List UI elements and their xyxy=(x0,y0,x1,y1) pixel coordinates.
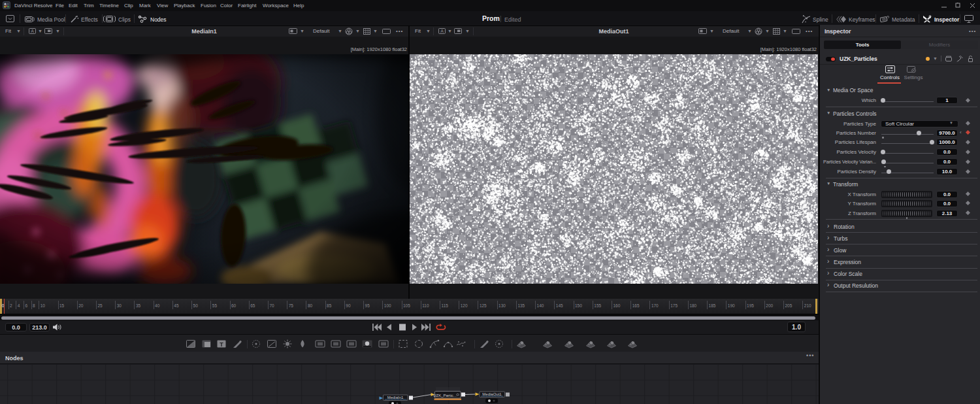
svg-text:MediaOut1: MediaOut1 xyxy=(482,392,502,396)
svg-text:UZK_Partic...: UZK_Partic... xyxy=(433,394,457,397)
svg-text:MediaIn1: MediaIn1 xyxy=(387,396,404,399)
svg-text:T: T xyxy=(220,341,223,348)
